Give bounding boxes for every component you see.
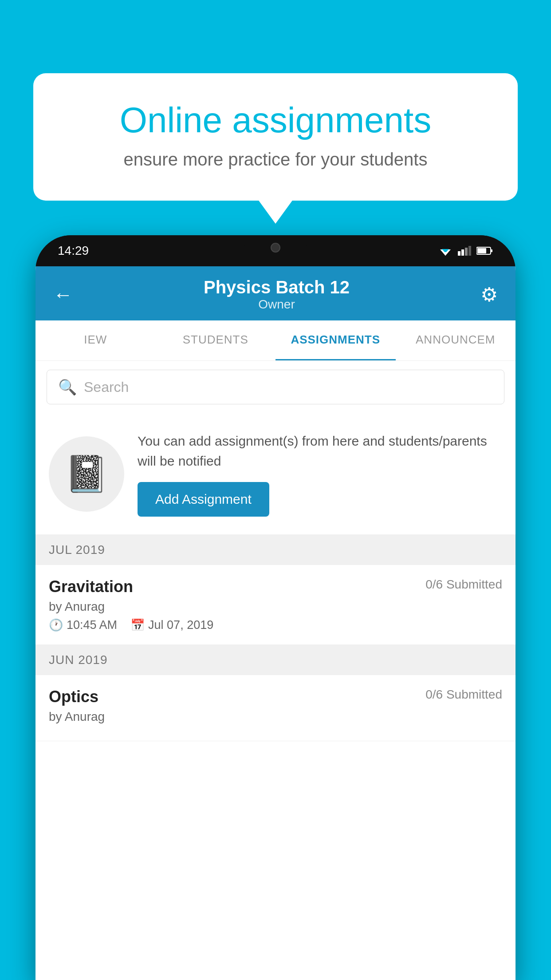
search-bar[interactable]: 🔍 Search — [47, 370, 504, 404]
phone-frame: 14:29 ← — [35, 235, 516, 980]
svg-rect-6 — [468, 246, 471, 256]
tab-assignments[interactable]: ASSIGNMENTS — [276, 320, 396, 360]
settings-icon[interactable]: ⚙ — [480, 283, 498, 306]
svg-rect-8 — [491, 249, 492, 252]
date-value: Jul 07, 2019 — [148, 618, 213, 632]
tabs-bar: IEW STUDENTS ASSIGNMENTS ANNOUNCЕМ — [35, 320, 516, 361]
header-center: Physics Batch 12 Owner — [204, 277, 350, 312]
assignment-name: Gravitation — [49, 577, 133, 596]
assignment-by-optics: by Anurag — [49, 710, 502, 724]
phone-notch — [244, 235, 307, 260]
calendar-icon: 📅 — [130, 618, 145, 632]
time-value: 10:45 AM — [67, 618, 117, 632]
assignment-row-top: Gravitation 0/6 Submitted — [49, 577, 502, 596]
wifi-icon — [438, 246, 453, 256]
clock-icon: 🕐 — [49, 618, 63, 632]
section-header-jul: JUL 2019 — [35, 535, 516, 565]
app-content: ← Physics Batch 12 Owner ⚙ IEW STUDENTS … — [35, 266, 516, 980]
app-header: ← Physics Batch 12 Owner ⚙ — [35, 266, 516, 320]
section-header-jun: JUN 2019 — [35, 645, 516, 675]
svg-rect-4 — [461, 249, 464, 256]
tab-students[interactable]: STUDENTS — [156, 320, 276, 360]
signal-icon — [458, 246, 471, 256]
assignment-row-top-optics: Optics 0/6 Submitted — [49, 688, 502, 706]
bubble-title: Online assignments — [69, 100, 482, 141]
speech-bubble-wrapper: Online assignments ensure more practice … — [33, 73, 518, 201]
svg-marker-2 — [443, 252, 448, 256]
batch-title: Physics Batch 12 — [204, 277, 350, 297]
tab-announcements[interactable]: ANNOUNCЕМ — [396, 320, 516, 360]
camera — [271, 243, 280, 253]
assignment-name-optics: Optics — [49, 688, 98, 706]
tab-overview[interactable]: IEW — [35, 320, 156, 360]
assignment-time: 🕐 10:45 AM — [49, 618, 117, 632]
search-icon: 🔍 — [58, 378, 77, 396]
assignment-date: 📅 Jul 07, 2019 — [130, 618, 213, 632]
assignment-item-gravitation[interactable]: Gravitation 0/6 Submitted by Anurag 🕐 10… — [35, 565, 516, 645]
search-container: 🔍 Search — [35, 361, 516, 413]
battery-icon — [476, 246, 493, 255]
add-assignment-button[interactable]: Add Assignment — [138, 482, 269, 517]
svg-rect-3 — [458, 251, 460, 256]
svg-rect-9 — [477, 248, 486, 253]
status-icons — [438, 246, 493, 256]
batch-role: Owner — [204, 297, 350, 312]
submitted-count: 0/6 Submitted — [425, 577, 502, 592]
bubble-subtitle: ensure more practice for your students — [69, 150, 482, 170]
svg-rect-5 — [465, 248, 468, 256]
phone-time: 14:29 — [58, 244, 89, 258]
back-button[interactable]: ← — [53, 284, 73, 306]
assignment-icon: 📓 — [64, 453, 109, 495]
submitted-count-optics: 0/6 Submitted — [425, 688, 502, 702]
search-placeholder: Search — [84, 379, 129, 395]
status-bar: 14:29 — [35, 235, 516, 266]
info-section: 📓 You can add assignment(s) from here an… — [35, 413, 516, 535]
speech-bubble: Online assignments ensure more practice … — [33, 73, 518, 201]
info-description: You can add assignment(s) from here and … — [138, 431, 502, 471]
assignment-meta: 🕐 10:45 AM 📅 Jul 07, 2019 — [49, 618, 502, 632]
assignment-icon-circle: 📓 — [49, 436, 124, 512]
info-right: You can add assignment(s) from here and … — [138, 431, 502, 517]
assignment-item-optics[interactable]: Optics 0/6 Submitted by Anurag — [35, 675, 516, 741]
assignment-by: by Anurag — [49, 600, 502, 614]
